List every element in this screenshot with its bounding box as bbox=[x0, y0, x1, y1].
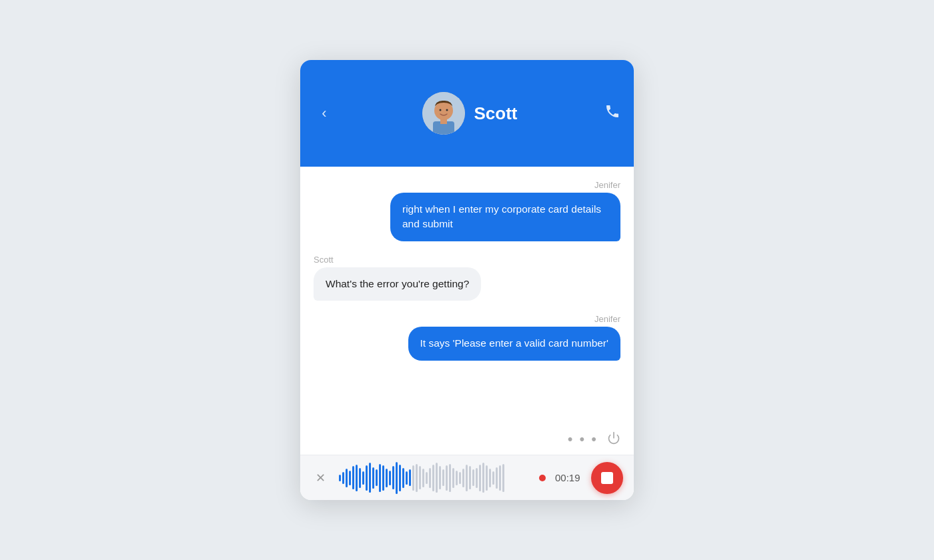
timer: 00:19 bbox=[555, 472, 582, 483]
messages-area: Jenifer right when I enter my corporate … bbox=[300, 167, 634, 427]
sender-label: Scott bbox=[314, 255, 334, 265]
message-bubble-outgoing: It says 'Please enter a valid card numbe… bbox=[408, 327, 620, 360]
action-bar: • • • bbox=[300, 427, 634, 455]
message-group: Jenifer right when I enter my corporate … bbox=[314, 180, 620, 241]
voice-bar: ✕ 00:19 bbox=[300, 455, 634, 500]
chat-container: ‹ bbox=[300, 60, 634, 500]
sender-label: Jenifer bbox=[594, 314, 620, 324]
record-dot bbox=[539, 475, 546, 481]
message-bubble-incoming: What's the error you're getting? bbox=[314, 267, 481, 301]
stop-recording-button[interactable] bbox=[591, 462, 623, 494]
stop-icon bbox=[601, 472, 613, 484]
sender-label: Jenifer bbox=[594, 180, 620, 190]
phone-icon[interactable] bbox=[604, 103, 620, 123]
svg-point-5 bbox=[446, 109, 448, 111]
svg-point-4 bbox=[439, 109, 441, 111]
avatar bbox=[422, 92, 465, 135]
power-icon[interactable] bbox=[607, 431, 620, 448]
close-recording-button[interactable]: ✕ bbox=[311, 469, 330, 487]
contact-name: Scott bbox=[474, 103, 518, 124]
contact-info: Scott bbox=[422, 92, 518, 135]
message-group: Jenifer It says 'Please enter a valid ca… bbox=[314, 314, 620, 360]
waveform bbox=[339, 465, 530, 491]
record-indicator bbox=[539, 475, 546, 481]
chat-header: ‹ bbox=[300, 60, 634, 167]
message-group: Scott What's the error you're getting? bbox=[314, 255, 620, 301]
more-options-icon[interactable]: • • • bbox=[568, 431, 598, 448]
svg-point-3 bbox=[434, 101, 453, 120]
message-bubble-outgoing: right when I enter my corporate card det… bbox=[390, 193, 620, 241]
back-button[interactable]: ‹ bbox=[314, 103, 335, 124]
